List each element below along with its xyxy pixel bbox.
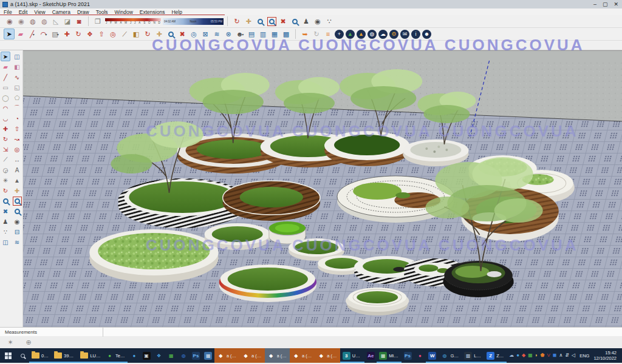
scale-tool[interactable]: ❖ [84, 29, 95, 39]
shape-tool-dropdown[interactable]: ▾ [57, 32, 59, 36]
add-circle-icon[interactable]: + [335, 30, 344, 39]
move-tool[interactable]: ✚ [61, 29, 72, 39]
eraser-tool[interactable]: ▰ [1, 62, 10, 72]
rectangle-tool[interactable]: ▭ [1, 83, 10, 92]
shadow-date-slider[interactable]: JFMAMJJASOND [105, 18, 161, 24]
axes-tool[interactable]: ✳ [1, 175, 10, 185]
menu-bar-0[interactable]: File [4, 9, 12, 15]
chat-tray-icon[interactable]: ● [516, 353, 519, 358]
menu-bar-4[interactable]: Draw [77, 9, 89, 15]
mail-tray-icon[interactable]: ◗ [535, 353, 538, 358]
zoom-tool[interactable] [1, 196, 10, 206]
language-indicator[interactable]: ENG [578, 353, 591, 359]
planter-pebble-oval[interactable] [403, 140, 468, 166]
file-explorer-1[interactable]: 00... [29, 348, 52, 363]
shape-tool[interactable]: ▧▾ [50, 29, 61, 39]
section-plane-tool[interactable]: ◎ [188, 29, 199, 39]
help-icon[interactable]: ✶ [5, 337, 16, 348]
export-icon[interactable]: ➥ [299, 29, 310, 39]
pie-tool[interactable]: ◔ [12, 113, 22, 123]
sketchup-doc-1[interactable]: ◆a (4... [214, 348, 239, 363]
tape-measure-tool[interactable]: ⟋ [119, 29, 130, 39]
panel-icon-3[interactable]: ▦ [269, 29, 280, 39]
photoshop-2[interactable]: Ps [402, 348, 414, 363]
planter-black-base-tree[interactable] [443, 261, 513, 297]
plugin-icon-7[interactable]: ◙ [73, 16, 84, 27]
walk-tool[interactable]: ∵ [1, 227, 10, 237]
hide-similar-tool[interactable]: ⊗ [223, 29, 234, 39]
arc-tool-dropdown[interactable]: ▾ [45, 32, 47, 36]
menu-bar-1[interactable]: Edit [19, 9, 28, 15]
push-pull-tool[interactable]: ⇧ [96, 29, 107, 39]
tape-measure-tool[interactable]: ⟋ [1, 155, 10, 164]
rotate-tool[interactable]: ↻ [73, 29, 84, 39]
excel-tray-icon[interactable]: ▦ [528, 353, 533, 358]
arc-tool[interactable]: ◠▾ [38, 29, 49, 39]
move-tool[interactable]: ✚ [1, 124, 10, 133]
plugin-icon-1[interactable]: ◉ [4, 16, 15, 27]
orbit-tool[interactable]: ↻ [1, 186, 10, 195]
mail-icon[interactable]: ✉ [400, 30, 409, 39]
person-scale-tool[interactable]: ☻▾ [234, 29, 245, 39]
zoom-window-tool[interactable] [12, 196, 22, 206]
panel-icon-1[interactable]: ▤ [246, 29, 257, 39]
walk-icon[interactable]: ∵ [324, 16, 335, 27]
planter-stacked-rings[interactable] [346, 288, 409, 315]
shadow-time-slider[interactable]: 04:02 AM Noon 05:53 PM [163, 18, 224, 25]
plugin-icon-6[interactable]: ◪ [62, 16, 73, 27]
material-sphere-icon[interactable]: ◍ [367, 30, 377, 39]
section-display-tool[interactable]: ≋ [12, 237, 22, 247]
shadows-toggle-icon[interactable]: ❐ [92, 16, 103, 27]
line-tool-dropdown[interactable]: ▾ [33, 32, 35, 36]
planter-green-oval-small-1[interactable] [205, 223, 270, 250]
menu-bar-2[interactable]: View [34, 9, 45, 15]
photoshop[interactable]: Ps [190, 348, 202, 363]
hidden-icons-chevron[interactable]: ∧ [559, 353, 562, 358]
minimize-button[interactable]: – [593, 0, 596, 8]
position-camera-icon[interactable]: ♟ [301, 16, 312, 27]
section-display-tool[interactable]: ≋ [211, 29, 222, 39]
planter-wood-oval-3[interactable] [324, 131, 409, 166]
menu-bar-6[interactable]: Window [115, 9, 133, 15]
info-icon[interactable]: i [411, 30, 420, 39]
maximize-button[interactable]: ▢ [603, 0, 608, 8]
three-point-arc-tool[interactable]: ◡ [1, 113, 10, 123]
settings-icon[interactable]: ⚙ [389, 30, 398, 39]
black-app[interactable]: ▣ [140, 348, 152, 363]
circle-tool[interactable]: ◯ [1, 93, 10, 103]
planter-moss-oval-large[interactable] [89, 229, 218, 283]
previous-view-icon[interactable] [289, 16, 300, 27]
file-explorer-2[interactable]: 39%... [52, 348, 78, 363]
cloud-upload-icon[interactable]: ☁ [378, 30, 388, 39]
pan-tool[interactable]: ✚ [154, 29, 165, 39]
section-fill-tool[interactable]: ⊠ [200, 29, 211, 39]
two-point-arc-tool[interactable]: ⌒ [12, 103, 22, 113]
taskbar-search-button[interactable] [16, 348, 29, 363]
vray-tray-icon[interactable]: V [547, 353, 550, 358]
freehand-tool[interactable]: ∿ [12, 72, 22, 82]
look-around-icon[interactable]: ◉ [312, 16, 323, 27]
plugin-icon-2[interactable]: ◉ [16, 16, 27, 27]
menu-bar-8[interactable]: Help [171, 9, 182, 15]
plugin-icon-5[interactable]: ◺ [50, 16, 61, 27]
tree-icon[interactable]: ▲ [346, 30, 355, 39]
start-button[interactable] [0, 348, 16, 363]
protractor-tool[interactable]: ◶ [1, 165, 10, 175]
sketchup-doc-2[interactable]: ◆a (1... [239, 348, 264, 363]
zoom-icon[interactable] [255, 16, 265, 27]
section-plane-tool[interactable]: ⊟ [12, 227, 22, 237]
position-camera-tool[interactable]: ♟ [1, 217, 10, 226]
word[interactable]: W [426, 348, 438, 363]
lumion[interactable]: ▩Lu... [462, 348, 484, 363]
panel-icon-4[interactable]: ▩ [281, 29, 292, 39]
browser[interactable]: ◍ [177, 348, 190, 363]
sketchup-doc-5[interactable]: ◆a (3... [315, 348, 340, 363]
zoom-extents-tool[interactable]: ✖ [177, 29, 188, 39]
previous-view-tool[interactable] [12, 206, 22, 216]
taskbar-clock[interactable]: 15:42 12/10/2022 [593, 350, 620, 361]
polygon-tool[interactable]: ⬠ [12, 93, 22, 103]
zalo[interactable]: ZZalo [484, 348, 507, 363]
arc-tool[interactable]: ◠ [1, 103, 10, 113]
plugin-icon-3[interactable]: ◍ [27, 16, 38, 27]
layers-icon[interactable]: ≡ [323, 29, 333, 39]
